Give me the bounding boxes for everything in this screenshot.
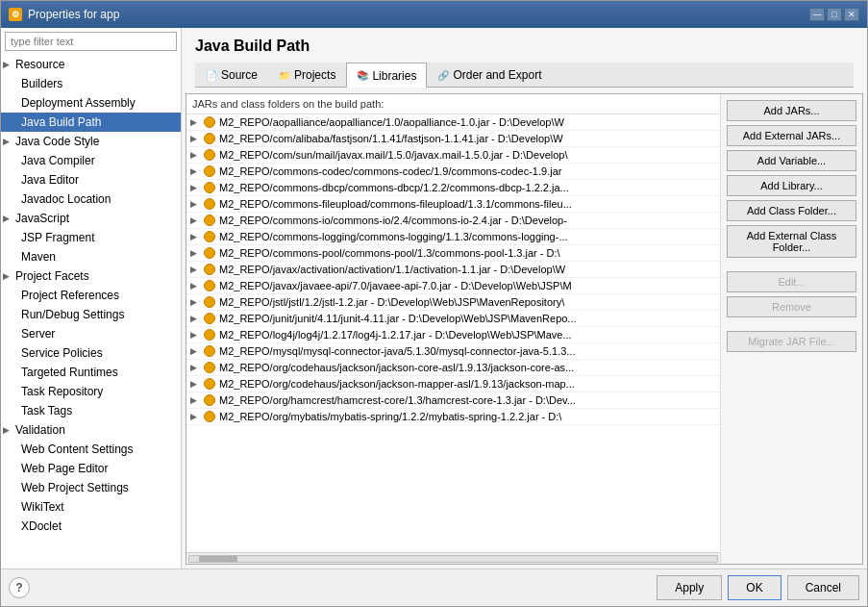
- jar-expand-icon: ▶: [190, 330, 200, 340]
- add-class-folder-button[interactable]: Add Class Folder...: [727, 200, 856, 221]
- help-button[interactable]: ?: [9, 577, 30, 598]
- sidebar-item-javascript[interactable]: ▶JavaScript: [1, 209, 181, 228]
- sidebar-item-label: Server: [21, 327, 55, 341]
- sidebar-item-web-page-editor[interactable]: Web Page Editor: [1, 459, 181, 478]
- jar-item[interactable]: ▶M2_REPO/org/hamcrest/hamcrest-core/1.3/…: [186, 392, 720, 409]
- jar-item[interactable]: ▶M2_REPO/org/codehaus/jackson/jackson-ma…: [186, 376, 720, 392]
- search-input[interactable]: [5, 32, 177, 51]
- tab-projects[interactable]: 📁Projects: [268, 63, 346, 87]
- jar-item[interactable]: ▶M2_REPO/aopalliance/aopalliance/1.0/aop…: [186, 114, 720, 131]
- jar-dot-icon: [204, 378, 215, 390]
- sidebar-item-task-tags[interactable]: Task Tags: [1, 401, 181, 420]
- sidebar-item-web-content-settings[interactable]: Web Content Settings: [1, 440, 181, 459]
- sidebar-item-xdoclet[interactable]: XDoclet: [1, 517, 181, 536]
- sidebar-item-java-code-style[interactable]: ▶Java Code Style: [1, 132, 181, 151]
- jar-expand-icon: ▶: [190, 379, 200, 389]
- jar-item[interactable]: ▶M2_REPO/commons-logging/commons-logging…: [186, 229, 720, 245]
- sidebar-item-builders[interactable]: Builders: [1, 74, 181, 93]
- jar-dot-icon: [204, 215, 215, 226]
- bottom-bar: ? Apply OK Cancel: [1, 569, 867, 606]
- scrollbar-track[interactable]: [188, 555, 718, 563]
- sidebar-item-java-compiler[interactable]: Java Compiler: [1, 151, 181, 170]
- sidebar-item-label: Task Repository: [21, 385, 103, 398]
- sidebar-item-web-project-settings[interactable]: Web Project Settings: [1, 478, 181, 497]
- jar-item[interactable]: ▶M2_REPO/commons-pool/commons-pool/1.3/c…: [186, 245, 720, 262]
- sidebar-item-deployment-assembly[interactable]: Deployment Assembly: [1, 93, 181, 113]
- tab-libraries[interactable]: 📚Libraries: [346, 63, 427, 88]
- sidebar-item-targeted-runtimes[interactable]: Targeted Runtimes: [1, 363, 181, 382]
- add-external-class-folder-button[interactable]: Add External Class Folder...: [727, 225, 856, 258]
- sidebar-item-project-facets[interactable]: ▶Project Facets: [1, 266, 181, 286]
- sidebar-item-wikitext[interactable]: WikiText: [1, 497, 181, 517]
- jar-list[interactable]: ▶M2_REPO/aopalliance/aopalliance/1.0/aop…: [186, 114, 720, 552]
- add-external-jars-button[interactable]: Add External JARs...: [727, 125, 856, 146]
- jar-item-text: M2_REPO/jstl/jstl/1.2/jstl-1.2.jar - D:\…: [219, 296, 716, 308]
- dialog-buttons: Apply OK Cancel: [657, 575, 859, 600]
- tab-icon: 📄: [206, 70, 217, 81]
- sidebar-item-jsp-fragment[interactable]: JSP Fragment: [1, 228, 181, 247]
- scrollbar-thumb[interactable]: [199, 556, 237, 562]
- jar-item[interactable]: ▶M2_REPO/com/sun/mail/javax.mail/1.5.0/j…: [186, 147, 720, 164]
- jar-item[interactable]: ▶M2_REPO/commons-dbcp/commons-dbcp/1.2.2…: [186, 180, 720, 196]
- jar-item[interactable]: ▶M2_REPO/com/alibaba/fastjson/1.1.41/fas…: [186, 131, 720, 147]
- minimize-button[interactable]: —: [809, 8, 825, 21]
- tab-label: Order and Export: [453, 68, 541, 82]
- jar-item[interactable]: ▶M2_REPO/commons-codec/commons-codec/1.9…: [186, 164, 720, 180]
- sidebar-item-validation[interactable]: ▶Validation: [1, 420, 181, 440]
- sidebar-item-label: Java Editor: [21, 173, 79, 187]
- sidebar-item-maven[interactable]: Maven: [1, 247, 181, 266]
- jar-item[interactable]: ▶M2_REPO/mysql/mysql-connector-java/5.1.…: [186, 343, 720, 360]
- titlebar-left: ⚙ Properties for app: [9, 8, 119, 21]
- sidebar-item-server[interactable]: Server: [1, 324, 181, 343]
- sidebar-item-project-references[interactable]: Project References: [1, 286, 181, 305]
- jar-item[interactable]: ▶M2_REPO/org/mybatis/mybatis-spring/1.2.…: [186, 409, 720, 425]
- sidebar-item-java-editor[interactable]: Java Editor: [1, 170, 181, 190]
- sidebar-item-label: Maven: [21, 250, 56, 264]
- sidebar-item-label: Task Tags: [21, 404, 72, 417]
- jar-dot-icon: [204, 329, 215, 341]
- jar-panel: JARs and class folders on the build path…: [186, 94, 720, 564]
- tab-bar: 📄Source📁Projects📚Libraries🔗Order and Exp…: [195, 63, 854, 88]
- jar-item-text: M2_REPO/commons-dbcp/commons-dbcp/1.2.2/…: [219, 182, 716, 193]
- sidebar-item-label: Project Facets: [15, 269, 89, 283]
- sidebar-item-label: Java Build Path: [21, 115, 101, 129]
- tab-icon: 🔗: [437, 70, 449, 81]
- jar-expand-icon: ▶: [190, 134, 200, 143]
- tab-order-and-export[interactable]: 🔗Order and Export: [427, 63, 552, 87]
- jar-item[interactable]: ▶M2_REPO/commons-io/commons-io/2.4/commo…: [186, 213, 720, 229]
- jar-item-text: M2_REPO/commons-logging/commons-logging/…: [219, 231, 716, 242]
- remove-button[interactable]: Remove: [727, 296, 856, 317]
- apply-button[interactable]: Apply: [657, 575, 722, 600]
- window-title: Properties for app: [28, 8, 119, 21]
- jar-dot-icon: [204, 133, 215, 144]
- jar-expand-icon: ▶: [190, 346, 200, 356]
- horizontal-scrollbar[interactable]: [186, 552, 720, 564]
- sidebar-item-rundebug-settings[interactable]: Run/Debug Settings: [1, 305, 181, 324]
- jar-item[interactable]: ▶M2_REPO/log4j/log4j/1.2.17/log4j-1.2.17…: [186, 327, 720, 343]
- sidebar-item-service-policies[interactable]: Service Policies: [1, 343, 181, 363]
- ok-button[interactable]: OK: [728, 575, 781, 600]
- edit-button[interactable]: Edit...: [727, 271, 856, 292]
- tab-icon: 📁: [279, 70, 290, 81]
- cancel-button[interactable]: Cancel: [787, 575, 859, 600]
- properties-window: ⚙ Properties for app — □ ✕ ▶Resource Bui…: [0, 0, 868, 607]
- sidebar-item-javadoc-location[interactable]: Javadoc Location: [1, 190, 181, 209]
- migrate-jar-button[interactable]: Migrate JAR File...: [727, 331, 856, 352]
- jar-item[interactable]: ▶M2_REPO/javax/javaee-api/7.0/javaee-api…: [186, 278, 720, 294]
- tab-source[interactable]: 📄Source: [195, 63, 268, 87]
- add-jars-button[interactable]: Add JARs...: [727, 100, 856, 121]
- add-library-button[interactable]: Add Library...: [727, 175, 856, 196]
- jar-item[interactable]: ▶M2_REPO/commons-fileupload/commons-file…: [186, 196, 720, 213]
- close-button[interactable]: ✕: [844, 8, 859, 21]
- sidebar-item-task-repository[interactable]: Task Repository: [1, 382, 181, 401]
- add-variable-button[interactable]: Add Variable...: [727, 150, 856, 171]
- jar-item[interactable]: ▶M2_REPO/org/codehaus/jackson/jackson-co…: [186, 360, 720, 376]
- jar-item[interactable]: ▶M2_REPO/junit/junit/4.11/junit-4.11.jar…: [186, 311, 720, 327]
- jar-item[interactable]: ▶M2_REPO/jstl/jstl/1.2/jstl-1.2.jar - D:…: [186, 294, 720, 311]
- jar-item-text: M2_REPO/commons-fileupload/commons-fileu…: [219, 198, 716, 210]
- sidebar-item-java-build-path[interactable]: Java Build Path: [1, 113, 181, 132]
- jar-item[interactable]: ▶M2_REPO/javax/activation/activation/1.1…: [186, 262, 720, 278]
- jar-dot-icon: [204, 149, 215, 161]
- sidebar-item-resource[interactable]: ▶Resource: [1, 55, 181, 74]
- maximize-button[interactable]: □: [827, 8, 842, 21]
